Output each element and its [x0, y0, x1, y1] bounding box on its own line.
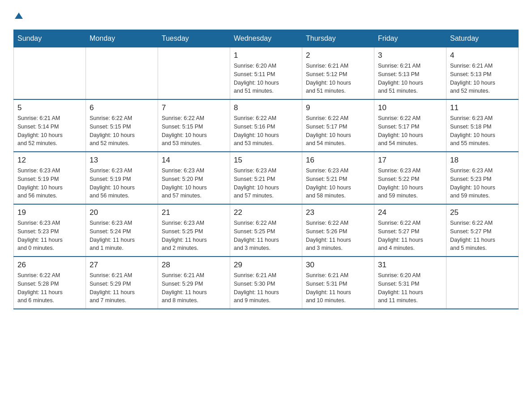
day-info: Sunrise: 6:22 AM Sunset: 5:27 PM Dayligh… — [450, 219, 515, 253]
calendar-cell: 13Sunrise: 6:23 AM Sunset: 5:19 PM Dayli… — [86, 152, 158, 204]
calendar-cell: 25Sunrise: 6:22 AM Sunset: 5:27 PM Dayli… — [446, 204, 519, 257]
day-number: 2 — [306, 51, 370, 60]
day-number: 4 — [450, 51, 515, 60]
calendar-cell: 19Sunrise: 6:23 AM Sunset: 5:23 PM Dayli… — [14, 204, 86, 257]
header-day-thursday: Thursday — [302, 30, 374, 47]
header-day-friday: Friday — [374, 30, 446, 47]
day-number: 19 — [17, 208, 82, 217]
day-info: Sunrise: 6:23 AM Sunset: 5:19 PM Dayligh… — [17, 167, 82, 200]
week-row-1: 1Sunrise: 6:20 AM Sunset: 5:11 PM Daylig… — [14, 47, 519, 100]
header-day-tuesday: Tuesday — [158, 30, 230, 47]
day-info: Sunrise: 6:23 AM Sunset: 5:21 PM Dayligh… — [306, 167, 370, 200]
day-number: 5 — [17, 103, 82, 112]
calendar-cell: 11Sunrise: 6:23 AM Sunset: 5:18 PM Dayli… — [446, 99, 519, 152]
calendar-cell: 8Sunrise: 6:22 AM Sunset: 5:16 PM Daylig… — [230, 99, 302, 152]
calendar-cell: 7Sunrise: 6:22 AM Sunset: 5:15 PM Daylig… — [158, 99, 230, 152]
day-number: 21 — [162, 208, 226, 217]
calendar-cell: 10Sunrise: 6:22 AM Sunset: 5:17 PM Dayli… — [374, 99, 446, 152]
header-row: SundayMondayTuesdayWednesdayThursdayFrid… — [14, 30, 519, 47]
calendar-cell — [158, 47, 230, 100]
day-number: 15 — [234, 156, 298, 165]
day-info: Sunrise: 6:22 AM Sunset: 5:27 PM Dayligh… — [378, 219, 442, 253]
day-number: 22 — [234, 208, 298, 217]
day-info: Sunrise: 6:20 AM Sunset: 5:11 PM Dayligh… — [234, 62, 298, 95]
day-number: 7 — [162, 103, 226, 112]
day-number: 14 — [162, 156, 226, 165]
day-info: Sunrise: 6:21 AM Sunset: 5:29 PM Dayligh… — [90, 271, 154, 305]
calendar-cell: 15Sunrise: 6:23 AM Sunset: 5:21 PM Dayli… — [230, 152, 302, 204]
day-info: Sunrise: 6:22 AM Sunset: 5:17 PM Dayligh… — [306, 114, 370, 148]
day-number: 20 — [90, 208, 154, 217]
day-info: Sunrise: 6:21 AM Sunset: 5:13 PM Dayligh… — [378, 62, 442, 95]
day-info: Sunrise: 6:22 AM Sunset: 5:15 PM Dayligh… — [90, 114, 154, 148]
day-info: Sunrise: 6:22 AM Sunset: 5:25 PM Dayligh… — [234, 219, 298, 253]
calendar-cell: 26Sunrise: 6:22 AM Sunset: 5:28 PM Dayli… — [14, 257, 86, 309]
day-info: Sunrise: 6:20 AM Sunset: 5:31 PM Dayligh… — [378, 271, 442, 305]
week-row-5: 26Sunrise: 6:22 AM Sunset: 5:28 PM Dayli… — [14, 257, 519, 309]
calendar-cell: 3Sunrise: 6:21 AM Sunset: 5:13 PM Daylig… — [374, 47, 446, 100]
day-number: 24 — [378, 208, 442, 217]
calendar-cell: 9Sunrise: 6:22 AM Sunset: 5:17 PM Daylig… — [302, 99, 374, 152]
calendar-cell — [86, 47, 158, 100]
week-row-4: 19Sunrise: 6:23 AM Sunset: 5:23 PM Dayli… — [14, 204, 519, 257]
week-row-3: 12Sunrise: 6:23 AM Sunset: 5:19 PM Dayli… — [14, 152, 519, 204]
day-info: Sunrise: 6:21 AM Sunset: 5:31 PM Dayligh… — [306, 271, 370, 305]
calendar-cell: 23Sunrise: 6:22 AM Sunset: 5:26 PM Dayli… — [302, 204, 374, 257]
day-info: Sunrise: 6:21 AM Sunset: 5:12 PM Dayligh… — [306, 62, 370, 95]
header-day-wednesday: Wednesday — [230, 30, 302, 47]
calendar-cell — [446, 257, 519, 309]
day-info: Sunrise: 6:23 AM Sunset: 5:24 PM Dayligh… — [90, 219, 154, 253]
day-info: Sunrise: 6:22 AM Sunset: 5:15 PM Dayligh… — [162, 114, 226, 148]
day-number: 29 — [234, 261, 298, 270]
day-number: 11 — [450, 103, 515, 112]
day-info: Sunrise: 6:23 AM Sunset: 5:25 PM Dayligh… — [162, 219, 226, 253]
calendar-cell: 5Sunrise: 6:21 AM Sunset: 5:14 PM Daylig… — [14, 99, 86, 152]
day-info: Sunrise: 6:22 AM Sunset: 5:16 PM Dayligh… — [234, 114, 298, 148]
day-number: 28 — [162, 261, 226, 270]
calendar-cell: 31Sunrise: 6:20 AM Sunset: 5:31 PM Dayli… — [374, 257, 446, 309]
calendar-cell: 22Sunrise: 6:22 AM Sunset: 5:25 PM Dayli… — [230, 204, 302, 257]
week-row-2: 5Sunrise: 6:21 AM Sunset: 5:14 PM Daylig… — [14, 99, 519, 152]
calendar-cell: 2Sunrise: 6:21 AM Sunset: 5:12 PM Daylig… — [302, 47, 374, 100]
calendar-cell: 18Sunrise: 6:23 AM Sunset: 5:23 PM Dayli… — [446, 152, 519, 204]
calendar-cell — [14, 47, 86, 100]
day-info: Sunrise: 6:21 AM Sunset: 5:13 PM Dayligh… — [450, 62, 515, 95]
day-number: 17 — [378, 156, 442, 165]
day-number: 16 — [306, 156, 370, 165]
calendar-cell: 1Sunrise: 6:20 AM Sunset: 5:11 PM Daylig… — [230, 47, 302, 100]
day-info: Sunrise: 6:22 AM Sunset: 5:28 PM Dayligh… — [17, 271, 82, 305]
calendar-cell: 27Sunrise: 6:21 AM Sunset: 5:29 PM Dayli… — [86, 257, 158, 309]
day-number: 26 — [17, 261, 82, 270]
day-number: 9 — [306, 103, 370, 112]
calendar-cell: 14Sunrise: 6:23 AM Sunset: 5:20 PM Dayli… — [158, 152, 230, 204]
calendar-cell: 30Sunrise: 6:21 AM Sunset: 5:31 PM Dayli… — [302, 257, 374, 309]
calendar-header: SundayMondayTuesdayWednesdayThursdayFrid… — [14, 30, 519, 47]
calendar-body: 1Sunrise: 6:20 AM Sunset: 5:11 PM Daylig… — [14, 47, 519, 309]
day-number: 18 — [450, 156, 515, 165]
day-number: 6 — [90, 103, 154, 112]
header-day-sunday: Sunday — [14, 30, 86, 47]
logo-triangle-icon — [14, 11, 24, 21]
day-number: 25 — [450, 208, 515, 217]
calendar-cell: 21Sunrise: 6:23 AM Sunset: 5:25 PM Dayli… — [158, 204, 230, 257]
day-number: 13 — [90, 156, 154, 165]
day-info: Sunrise: 6:21 AM Sunset: 5:14 PM Dayligh… — [17, 114, 82, 148]
logo — [13, 9, 24, 21]
day-number: 1 — [234, 51, 298, 60]
day-number: 10 — [378, 103, 442, 112]
calendar-cell: 20Sunrise: 6:23 AM Sunset: 5:24 PM Dayli… — [86, 204, 158, 257]
day-info: Sunrise: 6:23 AM Sunset: 5:19 PM Dayligh… — [90, 167, 154, 200]
day-number: 31 — [378, 261, 442, 270]
page-header — [13, 9, 519, 21]
day-number: 12 — [17, 156, 82, 165]
day-number: 8 — [234, 103, 298, 112]
day-info: Sunrise: 6:23 AM Sunset: 5:18 PM Dayligh… — [450, 114, 515, 148]
calendar-cell: 17Sunrise: 6:23 AM Sunset: 5:22 PM Dayli… — [374, 152, 446, 204]
day-info: Sunrise: 6:22 AM Sunset: 5:17 PM Dayligh… — [378, 114, 442, 148]
day-number: 30 — [306, 261, 370, 270]
day-info: Sunrise: 6:22 AM Sunset: 5:26 PM Dayligh… — [306, 219, 370, 253]
calendar-table: SundayMondayTuesdayWednesdayThursdayFrid… — [13, 30, 519, 309]
header-day-monday: Monday — [86, 30, 158, 47]
calendar-cell: 29Sunrise: 6:21 AM Sunset: 5:30 PM Dayli… — [230, 257, 302, 309]
calendar-cell: 24Sunrise: 6:22 AM Sunset: 5:27 PM Dayli… — [374, 204, 446, 257]
